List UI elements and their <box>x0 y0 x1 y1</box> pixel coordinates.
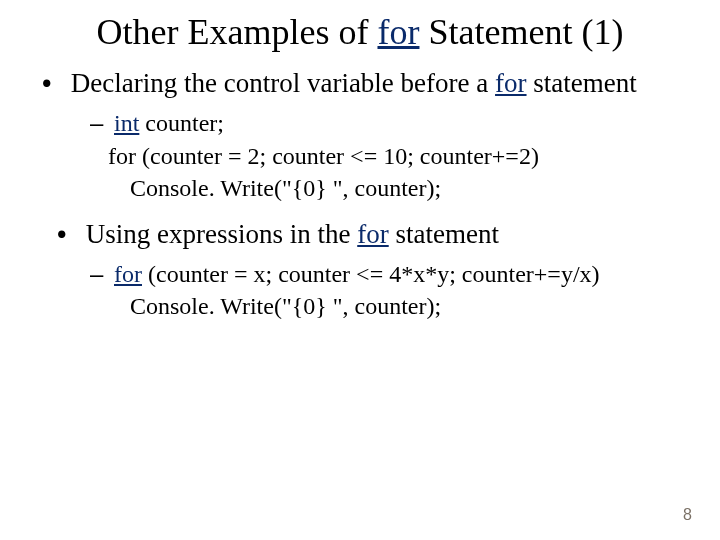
slide-body: Declaring the control variable before a … <box>0 53 720 322</box>
title-keyword-for: for <box>377 12 419 52</box>
code1-int-keyword: int <box>114 110 139 136</box>
bullet2-keyword-for: for <box>357 219 388 249</box>
slide: Other Examples of for Statement (1) Decl… <box>0 0 720 540</box>
code2-for-keyword: for <box>114 261 142 287</box>
code-block-2: for (counter = x; counter <= 4*x*y; coun… <box>90 258 678 323</box>
bullet-using-expressions: Using expressions in the for statement <box>42 218 678 252</box>
code1-line3: Console. Write("{0} ", counter); <box>90 172 678 204</box>
bullet1-text-post: statement <box>527 68 637 98</box>
bullet1-text-pre: Declaring the control variable before a <box>71 68 495 98</box>
title-text-pre: Other Examples of <box>97 12 378 52</box>
section-using-expressions: Using expressions in the for statement f… <box>42 218 678 323</box>
code1-line1: int counter; <box>90 107 678 139</box>
code1-line2: for (counter = 2; counter <= 10; counter… <box>90 140 678 172</box>
code1-line2-rest: (counter = 2; counter <= 10; counter+=2) <box>136 143 539 169</box>
code2-line1: for (counter = x; counter <= 4*x*y; coun… <box>90 258 678 290</box>
bullet1-keyword-for: for <box>495 68 526 98</box>
code2-line2: Console. Write("{0} ", counter); <box>90 290 678 322</box>
bullet2-text-pre: Using expressions in the <box>86 219 357 249</box>
title-text-post: Statement (1) <box>419 12 623 52</box>
slide-title: Other Examples of for Statement (1) <box>0 0 720 53</box>
code2-line1-rest: (counter = x; counter <= 4*x*y; counter+… <box>142 261 600 287</box>
code1-line1-rest: counter; <box>139 110 224 136</box>
code-block-1: int counter; for (counter = 2; counter <… <box>90 107 678 204</box>
page-number: 8 <box>683 506 692 524</box>
bullet-declare-before: Declaring the control variable before a … <box>42 67 678 101</box>
code1-for-keyword: for <box>108 143 136 169</box>
bullet2-text-post: statement <box>389 219 499 249</box>
